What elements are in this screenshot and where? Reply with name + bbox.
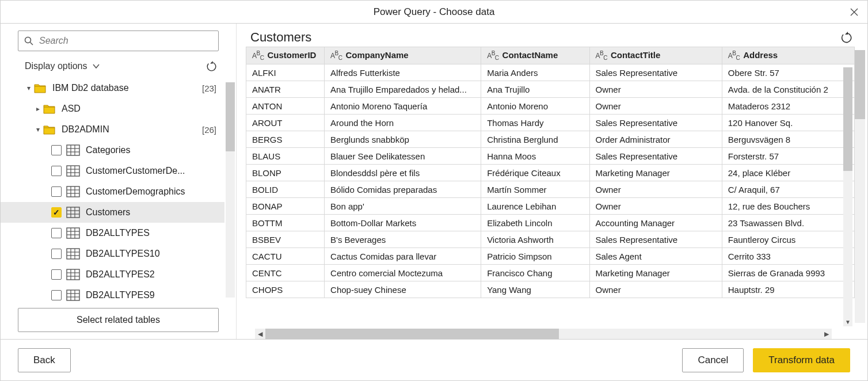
tree-scroll-thumb[interactable] bbox=[226, 82, 235, 151]
cell: Sierras de Granada 9993 bbox=[722, 265, 854, 281]
cell: Marketing Manager bbox=[589, 165, 722, 181]
cell: Antonio Moreno bbox=[481, 98, 589, 115]
table-row[interactable]: ANTONAntonio Moreno TaqueríaAntonio More… bbox=[246, 98, 855, 115]
window-title: Power Query - Choose data bbox=[374, 6, 495, 18]
scroll-right-arrow[interactable]: ▶ bbox=[821, 329, 832, 339]
table-inner-scrollbar[interactable]: ▼ bbox=[843, 67, 852, 326]
table-row[interactable]: BERGSBerglunds snabbköpChristina Berglun… bbox=[246, 131, 855, 148]
preview-refresh-button[interactable] bbox=[837, 29, 854, 45]
scroll-down-arrow[interactable]: ▼ bbox=[843, 317, 852, 326]
cell: BERGS bbox=[246, 131, 325, 148]
close-button[interactable] bbox=[841, 1, 867, 23]
column-header[interactable]: ABCContactTitle bbox=[589, 47, 722, 64]
tree-row[interactable]: ▾DB2ADMIN[26] bbox=[1, 119, 224, 140]
type-icon: ABC bbox=[330, 52, 342, 60]
checkbox[interactable] bbox=[51, 290, 62, 300]
column-header[interactable]: ABCCustomerID bbox=[246, 47, 325, 64]
cell: C/ Araquil, 67 bbox=[722, 181, 854, 198]
cell: Sales Representative bbox=[589, 231, 722, 248]
table-row[interactable]: BLAUSBlauer See DelikatessenHanna MoosSa… bbox=[246, 148, 855, 165]
tree-scrollbar[interactable] bbox=[226, 82, 235, 298]
expand-icon: ▸ bbox=[33, 105, 43, 113]
checkbox[interactable] bbox=[51, 186, 62, 197]
tree-row[interactable]: DB2ALLTYPES9 bbox=[1, 285, 224, 302]
cell: Hanna Moos bbox=[481, 148, 589, 165]
table-row[interactable]: CACTUCactus Comidas para llevarPatricio … bbox=[246, 248, 855, 265]
checkbox[interactable] bbox=[51, 145, 62, 155]
checkbox[interactable] bbox=[51, 166, 62, 176]
cell: Thomas Hardy bbox=[481, 115, 589, 131]
cell: Frédérique Citeaux bbox=[481, 165, 589, 181]
folder-icon bbox=[43, 124, 56, 135]
table-row[interactable]: CHOPSChop-suey ChineseYang WangOwnerHaup… bbox=[246, 281, 855, 298]
checkbox[interactable] bbox=[51, 269, 62, 280]
cell: Forsterstr. 57 bbox=[722, 148, 854, 165]
display-options-dropdown[interactable]: Display options bbox=[25, 61, 100, 71]
cell: 12, rue des Bouchers bbox=[722, 198, 854, 215]
table-icon bbox=[66, 248, 80, 260]
table-row[interactable]: BOLIDBólido Comidas preparadasMartín Som… bbox=[246, 181, 855, 198]
type-icon: ABC bbox=[728, 52, 740, 60]
cell: Yang Wang bbox=[481, 281, 589, 298]
tree-row[interactable]: DB2ALLTYPES10 bbox=[1, 243, 224, 264]
checkbox[interactable] bbox=[51, 249, 62, 259]
refresh-icon bbox=[205, 60, 216, 72]
tree-row[interactable]: DB2ALLTYPES2 bbox=[1, 264, 224, 285]
scroll-left-arrow[interactable]: ◀ bbox=[255, 329, 265, 339]
table-row[interactable]: AROUTAround the HornThomas HardySales Re… bbox=[246, 115, 855, 131]
folder-icon bbox=[43, 104, 56, 114]
column-header[interactable]: ABCAddress bbox=[722, 47, 854, 64]
cell: Alfreds Futterkiste bbox=[325, 64, 481, 81]
cell: B's Beverages bbox=[325, 231, 481, 248]
type-icon: ABC bbox=[596, 52, 607, 60]
cell: Owner bbox=[589, 198, 722, 215]
tree-row[interactable]: Categories bbox=[1, 140, 224, 161]
column-header[interactable]: ABCCompanyName bbox=[325, 47, 481, 64]
tree-row[interactable]: ▸ASD bbox=[1, 98, 224, 119]
cell: Blondesddsl père et fils bbox=[325, 165, 481, 181]
search-box[interactable] bbox=[18, 31, 219, 51]
refresh-button[interactable] bbox=[203, 58, 219, 74]
cancel-button[interactable]: Cancel bbox=[682, 348, 744, 372]
tree-row[interactable]: ▾IBM Db2 database[23] bbox=[1, 78, 224, 98]
cell: Antonio Moreno Taquería bbox=[325, 98, 481, 115]
cell: Patricio Simpson bbox=[481, 248, 589, 265]
table-row[interactable]: ALFKIAlfreds FutterkisteMaria AndersSale… bbox=[246, 64, 855, 81]
cell: Sales Representative bbox=[589, 148, 722, 165]
table-row[interactable]: ANATRAna Trujillo Emparedados y helad...… bbox=[246, 81, 855, 98]
cell: Centro comercial Moctezuma bbox=[325, 265, 481, 281]
transform-data-button[interactable]: Transform data bbox=[753, 348, 850, 372]
checkbox[interactable] bbox=[51, 207, 62, 218]
table-row[interactable]: BLONPBlondesddsl père et filsFrédérique … bbox=[246, 165, 855, 181]
table-row[interactable]: BONAPBon app'Laurence LebihanOwner12, ru… bbox=[246, 198, 855, 215]
table-icon bbox=[66, 269, 80, 280]
table-icon bbox=[66, 165, 80, 177]
cell: BLONP bbox=[246, 165, 325, 181]
cell: Owner bbox=[589, 81, 722, 98]
back-button[interactable]: Back bbox=[18, 348, 71, 372]
tree-row[interactable]: CustomerDemographics bbox=[1, 181, 224, 202]
cell: Order Administrator bbox=[589, 131, 722, 148]
table-horizontal-scrollbar[interactable]: ◀ ▶ bbox=[255, 329, 832, 339]
search-input[interactable] bbox=[38, 35, 212, 47]
tree-row[interactable]: DB2ALLTYPES bbox=[1, 223, 224, 243]
cell: Cerrito 333 bbox=[722, 248, 854, 265]
table-row[interactable]: BSBEVB's BeveragesVictoria AshworthSales… bbox=[246, 231, 855, 248]
h-scroll-thumb[interactable] bbox=[265, 329, 559, 339]
cell: Ana Trujillo bbox=[481, 81, 589, 98]
checkbox[interactable] bbox=[51, 228, 62, 238]
cell: Sales Representative bbox=[589, 115, 722, 131]
cell: CHOPS bbox=[246, 281, 325, 298]
preview-pane: Customers ABCCustomerIDABCCompanyNameABC… bbox=[237, 24, 867, 339]
table-row[interactable]: CENTCCentro comercial MoctezumaFrancisco… bbox=[246, 265, 855, 281]
column-header[interactable]: ABCContactName bbox=[481, 47, 589, 64]
table-inner-thumb[interactable] bbox=[843, 67, 852, 171]
select-related-tables-button[interactable]: Select related tables bbox=[18, 308, 219, 332]
table-row[interactable]: BOTTMBottom-Dollar MarketsElizabeth Linc… bbox=[246, 215, 855, 231]
cell: AROUT bbox=[246, 115, 325, 131]
pane-vertical-scrollbar[interactable] bbox=[855, 50, 865, 323]
tree-row[interactable]: Customers bbox=[1, 202, 224, 223]
pane-scroll-thumb[interactable] bbox=[855, 50, 865, 119]
tree-row[interactable]: CustomerCustomerDe... bbox=[1, 161, 224, 181]
table-icon bbox=[66, 289, 80, 301]
